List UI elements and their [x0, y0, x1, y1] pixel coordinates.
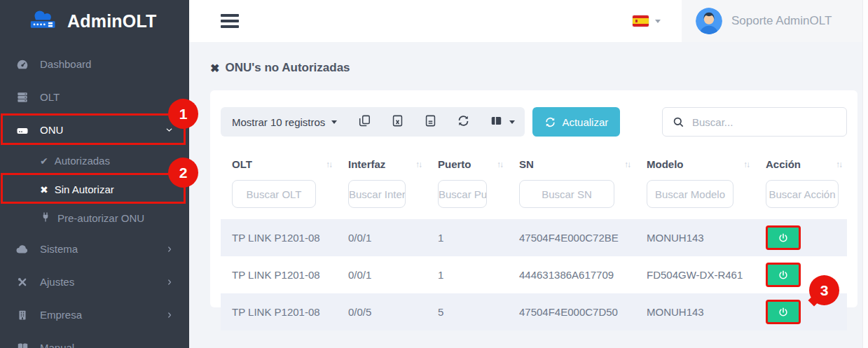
- file-text-icon: [424, 114, 437, 130]
- sidebar-item-label: OLT: [40, 91, 60, 103]
- page-title: ✖ ONU's no Autorizadas: [210, 61, 857, 75]
- sidebar-item-label: Manual: [40, 342, 74, 348]
- export-file-button[interactable]: [414, 107, 447, 137]
- table-search: [662, 107, 847, 137]
- user-avatar: [696, 8, 722, 34]
- sort-icon: ↑↓: [743, 160, 752, 169]
- filter-interfaz-input[interactable]: [348, 180, 406, 208]
- excel-file-icon: [391, 114, 404, 130]
- app-logo[interactable]: AdminOLT: [0, 0, 189, 42]
- power-icon: [778, 307, 789, 318]
- refresh-icon: [544, 116, 556, 128]
- tools-icon: [15, 275, 29, 289]
- authorize-power-button[interactable]: [766, 300, 801, 324]
- spain-flag-icon: [633, 15, 649, 27]
- sidebar-item-dashboard[interactable]: Dashboard: [0, 48, 189, 81]
- plug-icon: [40, 211, 51, 225]
- column-header-puerto[interactable]: Puerto↑↓: [427, 151, 508, 179]
- sidebar-item-label: Sin Autorizar: [55, 183, 114, 195]
- sidebar-item-pre-autorizar-onu[interactable]: Pre-autorizar ONU: [0, 204, 189, 232]
- sidebar-item-manual[interactable]: Manual: [0, 331, 189, 348]
- column-header-sn[interactable]: SN↑↓: [508, 151, 635, 179]
- chevron-right-icon: [165, 278, 174, 286]
- page-size-dropdown[interactable]: Mostrar 10 registros: [221, 107, 348, 137]
- column-header-olt[interactable]: OLT↑↓: [221, 151, 337, 179]
- sort-icon: ↑↓: [326, 160, 334, 169]
- column-header-accion[interactable]: Acción↑↓: [755, 151, 847, 179]
- table-toolbar: Mostrar 10 registros: [221, 107, 847, 137]
- sidebar-item-ajustes[interactable]: Ajustes: [0, 265, 189, 298]
- sort-icon: ↑↓: [624, 160, 633, 169]
- search-icon: [672, 116, 685, 129]
- adminolt-app: AdminOLT Dashboard OLT ONU: [0, 0, 868, 348]
- copy-button[interactable]: [348, 107, 381, 137]
- page-content: ✖ ONU's no Autorizadas Mostrar 10 regist…: [189, 42, 868, 348]
- columns-icon: [490, 114, 503, 130]
- filter-puerto-input[interactable]: [438, 180, 487, 208]
- caret-down-icon: [509, 120, 515, 124]
- sidebar-item-sin-autorizar[interactable]: ✖ Sin Autorizar: [0, 175, 189, 204]
- refresh-icon: [457, 114, 470, 130]
- main-area: Soporte AdminOLT ✖ ONU's no Autorizadas …: [189, 0, 868, 348]
- caret-down-icon: [331, 120, 337, 124]
- filter-sn-input[interactable]: [519, 180, 614, 208]
- filter-accion-input[interactable]: [766, 180, 839, 208]
- menu-toggle-button[interactable]: [221, 14, 239, 28]
- app-title: AdminOLT: [67, 11, 157, 32]
- sidebar-item-label: Sistema: [40, 243, 78, 255]
- sidebar-nav: Dashboard OLT ONU ✔ Autorizadas: [0, 42, 189, 348]
- sidebar-item-olt[interactable]: OLT: [0, 81, 189, 113]
- search-input[interactable]: [692, 116, 837, 128]
- column-header-modelo[interactable]: Modelo↑↓: [635, 151, 755, 179]
- filter-modelo-input[interactable]: [647, 180, 733, 208]
- server-stack-icon: [15, 90, 29, 104]
- sidebar-item-label: Pre-autorizar ONU: [57, 212, 144, 224]
- column-header-interfaz[interactable]: Interfaz↑↓: [337, 151, 427, 179]
- user-menu[interactable]: Soporte AdminOLT: [682, 0, 868, 42]
- sidebar-item-label: Ajustes: [40, 276, 74, 288]
- reload-table-button[interactable]: [447, 107, 480, 137]
- authorize-power-button[interactable]: [766, 263, 801, 287]
- gauge-icon: [15, 57, 29, 71]
- export-excel-button[interactable]: [381, 107, 414, 137]
- sort-icon: ↑↓: [497, 160, 505, 169]
- page-scrollbar[interactable]: [862, 0, 868, 348]
- table-filter-row: [221, 179, 847, 219]
- sidebar-item-label: Empresa: [40, 309, 82, 321]
- sidebar-item-label: ONU: [40, 124, 63, 136]
- power-icon: [778, 270, 789, 281]
- chevron-right-icon: [165, 245, 174, 253]
- check-icon: ✔: [40, 155, 48, 167]
- copy-icon: [358, 114, 371, 130]
- table-header-row: OLT↑↓ Interfaz↑↓ Puerto↑↓ SN↑↓ Modelo↑↓ …: [221, 151, 847, 179]
- user-name: Soporte AdminOLT: [731, 14, 832, 28]
- sidebar-item-label: Dashboard: [40, 58, 91, 70]
- cloud-icon: [15, 242, 29, 256]
- book-icon: [15, 341, 29, 348]
- sidebar-item-sistema[interactable]: Sistema: [0, 232, 189, 265]
- table-row: TP LINK P1201-08 0/0/1 1 444631386A61770…: [221, 256, 847, 293]
- column-visibility-dropdown[interactable]: [480, 107, 525, 137]
- onu-table: OLT↑↓ Interfaz↑↓ Puerto↑↓ SN↑↓ Modelo↑↓ …: [221, 151, 847, 330]
- table-row: TP LINK P1201-08 0/0/1 1 47504F4E000C72B…: [221, 219, 847, 256]
- sidebar: AdminOLT Dashboard OLT ONU: [0, 0, 189, 348]
- onu-device-icon: [15, 123, 29, 137]
- chevron-right-icon: [165, 311, 174, 319]
- sidebar-item-onu[interactable]: ONU: [0, 113, 189, 146]
- filter-olt-input[interactable]: [232, 180, 316, 208]
- x-icon: ✖: [210, 62, 219, 75]
- sidebar-item-autorizadas[interactable]: ✔ Autorizadas: [0, 146, 189, 175]
- topbar: Soporte AdminOLT: [189, 0, 868, 42]
- chevron-down-icon: [165, 125, 174, 134]
- table-card: Mostrar 10 registros: [210, 90, 857, 307]
- language-selector[interactable]: [633, 15, 661, 27]
- sidebar-item-label: Autorizadas: [55, 155, 110, 167]
- cloud-router-logo-icon: [25, 7, 62, 35]
- sort-icon: ↑↓: [415, 160, 424, 169]
- actualizar-button[interactable]: Actualizar: [532, 107, 620, 137]
- building-icon: [15, 308, 29, 322]
- x-icon: ✖: [40, 184, 48, 195]
- authorize-power-button[interactable]: [766, 225, 801, 250]
- toolbar-button-group: Mostrar 10 registros: [221, 107, 525, 137]
- sidebar-item-empresa[interactable]: Empresa: [0, 298, 189, 331]
